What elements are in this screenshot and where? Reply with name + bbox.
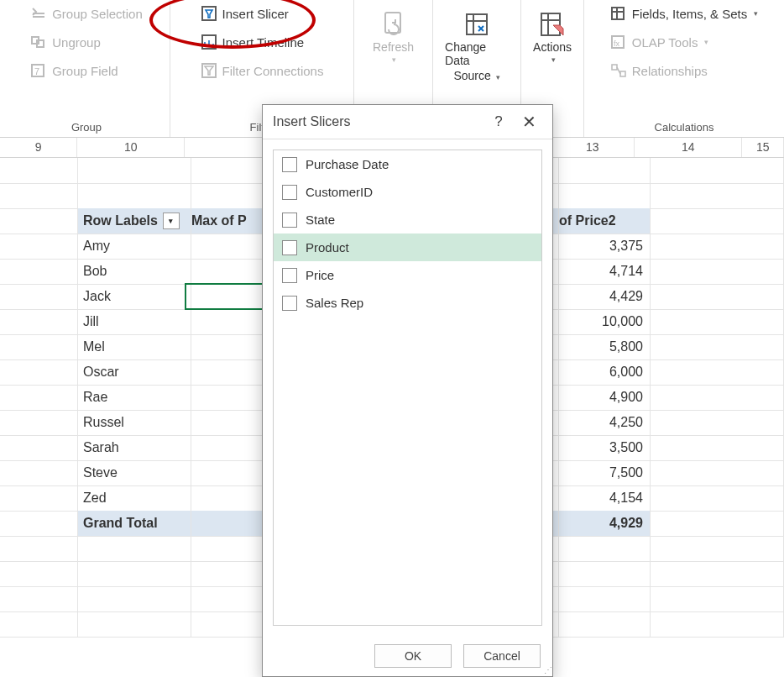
cell[interactable] bbox=[0, 259, 78, 285]
ribbon-item-label: Fields, Items, & Sets bbox=[632, 7, 748, 21]
slicer-field-list[interactable]: Purchase DateCustomerIDStateProductPrice… bbox=[273, 150, 542, 626]
ribbon-item-label: Filter Connections bbox=[222, 64, 324, 78]
ribbon-filter-timeline[interactable]: Insert Timeline bbox=[201, 34, 324, 50]
cell[interactable] bbox=[78, 158, 191, 184]
cell[interactable] bbox=[0, 536, 78, 562]
cell[interactable] bbox=[559, 183, 651, 209]
cell[interactable] bbox=[651, 183, 784, 209]
resize-grip-icon[interactable]: ⋰ bbox=[544, 665, 551, 674]
pivot-row-value: 4,250 bbox=[559, 410, 651, 436]
slicer-icon bbox=[201, 5, 217, 22]
slicer-field-item[interactable]: Sales Rep bbox=[274, 289, 541, 317]
column-header[interactable]: 15 bbox=[742, 138, 784, 157]
cell[interactable] bbox=[0, 284, 78, 310]
checkbox-icon[interactable] bbox=[282, 268, 297, 283]
checkbox-icon[interactable] bbox=[282, 157, 297, 172]
slicer-field-item[interactable]: Product bbox=[274, 234, 541, 261]
ribbon-group-label: Calculations bbox=[655, 118, 714, 135]
cell[interactable] bbox=[559, 586, 651, 612]
cell[interactable] bbox=[651, 536, 784, 562]
cell[interactable] bbox=[651, 460, 784, 486]
column-header[interactable]: 9 bbox=[0, 138, 77, 157]
pivot-row-value: 4,714 bbox=[559, 259, 651, 285]
cell[interactable] bbox=[651, 511, 784, 537]
cell[interactable] bbox=[0, 460, 78, 486]
checkbox-icon[interactable] bbox=[282, 240, 297, 255]
column-header[interactable]: 13 bbox=[551, 138, 635, 157]
ribbon-group-group-field: 7Group Field bbox=[30, 62, 143, 79]
pivot-row-label: Bob bbox=[78, 259, 191, 285]
cell[interactable] bbox=[0, 586, 78, 612]
cell[interactable] bbox=[651, 234, 784, 260]
checkbox-icon[interactable] bbox=[282, 296, 297, 311]
cell[interactable] bbox=[651, 435, 784, 461]
cell[interactable] bbox=[651, 309, 784, 335]
cell[interactable] bbox=[651, 259, 784, 285]
slicer-field-item[interactable]: Price bbox=[274, 261, 541, 289]
cell[interactable] bbox=[651, 385, 784, 411]
cancel-button[interactable]: Cancel bbox=[463, 644, 541, 668]
slicer-field-item[interactable]: CustomerID bbox=[274, 178, 541, 206]
column-header[interactable] bbox=[185, 138, 262, 157]
cell[interactable] bbox=[0, 234, 78, 260]
dialog-help-button[interactable]: ? bbox=[483, 113, 514, 130]
ribbon-item-label: Group Selection bbox=[52, 7, 143, 21]
cell[interactable] bbox=[0, 385, 78, 411]
slicer-field-item[interactable]: State bbox=[274, 206, 541, 234]
pivot-row-value: 10,000 bbox=[559, 309, 651, 335]
cell[interactable] bbox=[651, 359, 784, 386]
cell[interactable] bbox=[559, 561, 651, 587]
cell[interactable] bbox=[0, 611, 78, 638]
cell[interactable] bbox=[0, 485, 78, 512]
checkbox-icon[interactable] bbox=[282, 185, 297, 200]
column-header[interactable]: 10 bbox=[77, 138, 185, 157]
cell[interactable] bbox=[78, 183, 191, 209]
ribbon-group-ungroup: Ungroup bbox=[30, 34, 143, 50]
cell[interactable] bbox=[651, 158, 784, 184]
refresh-icon bbox=[380, 10, 407, 39]
cell[interactable] bbox=[0, 309, 78, 335]
cell[interactable] bbox=[0, 511, 78, 537]
ungroup-icon bbox=[30, 34, 47, 50]
cell[interactable] bbox=[78, 536, 191, 562]
ribbon-filter-slicer[interactable]: Insert Slicer bbox=[201, 5, 324, 22]
cell[interactable] bbox=[651, 561, 784, 587]
cell[interactable] bbox=[0, 359, 78, 386]
cell[interactable] bbox=[0, 561, 78, 587]
cell[interactable] bbox=[559, 611, 651, 638]
ok-button[interactable]: OK bbox=[374, 644, 452, 668]
cell[interactable] bbox=[651, 586, 784, 612]
cell[interactable] bbox=[0, 435, 78, 461]
cell[interactable] bbox=[0, 158, 78, 184]
cell[interactable] bbox=[559, 158, 651, 184]
cell[interactable] bbox=[651, 334, 784, 360]
pivot-row-labels-header[interactable]: Row Labels▾ bbox=[78, 208, 191, 234]
cell[interactable] bbox=[651, 410, 784, 436]
cell[interactable] bbox=[651, 485, 784, 512]
dialog-titlebar[interactable]: Insert Slicers ? ✕ bbox=[263, 105, 552, 139]
cell[interactable] bbox=[78, 561, 191, 587]
close-icon[interactable]: ✕ bbox=[514, 112, 544, 132]
cell[interactable] bbox=[651, 208, 784, 234]
ribbon-calc-fields[interactable]: Fields, Items, & Sets▾ bbox=[610, 5, 759, 22]
group-selection-icon bbox=[30, 5, 47, 22]
pivot-row-value: 4,429 bbox=[559, 284, 651, 310]
cell[interactable] bbox=[0, 183, 78, 209]
cell[interactable] bbox=[0, 410, 78, 436]
cell[interactable] bbox=[78, 611, 191, 638]
checkbox-icon[interactable] bbox=[282, 213, 297, 228]
dialog-title: Insert Slicers bbox=[273, 114, 350, 129]
cell[interactable] bbox=[651, 284, 784, 310]
cell[interactable] bbox=[78, 586, 191, 612]
pivot-row-value: 5,800 bbox=[559, 334, 651, 360]
slicer-field-item[interactable]: Purchase Date bbox=[274, 150, 541, 178]
cell[interactable] bbox=[559, 536, 651, 562]
ribbon-group-label: Group bbox=[71, 118, 102, 135]
row-labels-text: Row Labels bbox=[83, 208, 158, 234]
cell[interactable] bbox=[0, 208, 78, 234]
cell[interactable] bbox=[0, 334, 78, 360]
filter-dropdown-icon[interactable]: ▾ bbox=[163, 213, 180, 229]
column-header[interactable]: 14 bbox=[635, 138, 742, 157]
pivot-row-label: Jack bbox=[78, 284, 191, 310]
cell[interactable] bbox=[651, 611, 784, 638]
